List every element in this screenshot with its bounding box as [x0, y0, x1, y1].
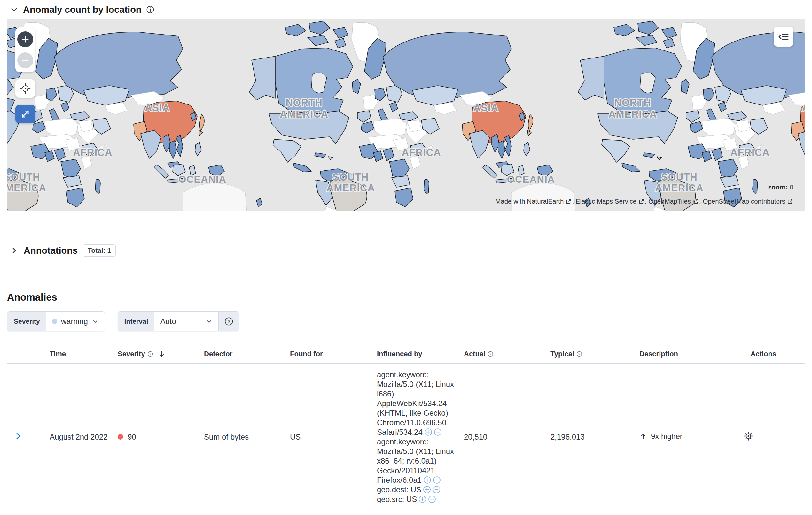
severity-filter-group: Severity warning	[7, 311, 105, 331]
column-header-found-for: Found for	[290, 345, 377, 364]
svg-text:?: ?	[489, 353, 491, 356]
cell-detector: Sum of bytes	[204, 364, 290, 511]
world-map-canvas: AFRICA ASIA OCEANIA NORTH AMERICA SOUTH …	[7, 19, 805, 211]
fit-to-data-button[interactable]	[16, 79, 35, 98]
influencer-item: geo.src: US	[377, 494, 456, 504]
anomalies-filters: Severity warning Interval Auto ?	[7, 311, 805, 331]
description-text: 9x higher	[651, 432, 683, 441]
cell-actions	[725, 364, 805, 511]
influencer-item: agent.keyword: Mozilla/5.0 (X11; Linux x…	[377, 437, 456, 485]
arrow-up-icon	[639, 432, 647, 440]
minus-icon	[21, 56, 29, 64]
column-header-influenced-by: Influenced by	[377, 345, 464, 364]
question-circle-icon: ?	[224, 316, 234, 326]
cell-description: 9x higher	[639, 364, 725, 511]
column-header-actions: Actions	[725, 345, 805, 364]
svg-text:?: ?	[578, 353, 580, 356]
plus-icon	[21, 35, 29, 43]
map-section-title: Anomaly count by location	[23, 4, 142, 15]
collapse-map-chevron-down-icon[interactable]	[9, 5, 19, 14]
zoom-in-button[interactable]	[17, 31, 33, 47]
attribution-link[interactable]: OpenStreetMap contributors	[703, 198, 785, 205]
filter-for-value-icon[interactable]	[423, 476, 431, 484]
expand-row-button[interactable]	[14, 432, 22, 440]
collapse-panel-icon	[777, 30, 790, 43]
external-link-icon	[693, 199, 698, 204]
zoom-value: 0	[790, 183, 793, 191]
filter-for-value-icon[interactable]	[418, 495, 427, 503]
severity-filter-value: warning	[61, 317, 88, 326]
svg-text:?: ?	[227, 319, 230, 324]
question-circle-icon[interactable]: ?	[487, 351, 494, 357]
cell-severity: 90	[118, 364, 204, 511]
attribution-link[interactable]: Made with NaturalEarth	[495, 198, 563, 205]
collapse-layers-panel-button[interactable]	[774, 27, 793, 47]
cell-found-for: US	[290, 364, 377, 511]
cell-time: August 2nd 2022	[50, 364, 118, 511]
filter-out-value-icon[interactable]	[434, 428, 442, 436]
filter-for-value-icon[interactable]	[424, 428, 432, 436]
attribution-link[interactable]: OpenMapTiles	[649, 198, 691, 205]
interval-filter-group: Interval Auto ?	[118, 311, 239, 331]
gear-icon	[743, 431, 754, 442]
crosshair-icon	[20, 83, 31, 94]
filter-out-value-icon[interactable]	[433, 476, 441, 484]
annotations-title: Annotations	[24, 245, 78, 256]
cell-influenced-by: agent.keyword: Mozilla/5.0 (X11; Linux i…	[377, 364, 464, 511]
column-header-actual: Actual ?	[464, 345, 551, 364]
attribution-link[interactable]: Elastic Maps Service	[576, 198, 637, 205]
cell-typical: 2,196.013	[551, 364, 639, 511]
info-icon[interactable]	[146, 5, 154, 14]
anomaly-choropleth-map[interactable]: AFRICA ASIA OCEANIA NORTH AMERICA SOUTH …	[7, 19, 805, 211]
interval-filter-value: Auto	[160, 317, 176, 326]
chevron-down-icon	[92, 318, 99, 325]
column-header-time: Time	[50, 345, 118, 364]
sort-descending-arrow-icon	[158, 350, 166, 358]
influencer-item: agent.keyword: Mozilla/5.0 (X11; Linux i…	[377, 370, 456, 437]
zoom-label: zoom:	[768, 183, 788, 191]
map-zoom-indicator: zoom: 0	[768, 183, 793, 191]
anomalies-title: Anomalies	[7, 292, 805, 303]
map-controls	[16, 28, 35, 123]
interval-filter-label: Interval	[118, 312, 155, 331]
column-header-typical: Typical ?	[551, 345, 639, 364]
divider	[0, 280, 812, 281]
filter-for-value-icon[interactable]	[423, 486, 431, 493]
external-link-icon	[787, 199, 793, 204]
chevron-right-icon	[14, 432, 22, 440]
column-header-detector: Detector	[204, 345, 290, 364]
severity-score: 90	[127, 432, 136, 442]
question-circle-icon[interactable]: ?	[576, 351, 582, 357]
interval-filter-select[interactable]: Auto	[154, 312, 219, 331]
zoom-out-button[interactable]	[17, 52, 33, 68]
anomalies-section: Anomalies Severity warning Interval Auto…	[0, 292, 812, 511]
cell-actual: 20,510	[464, 364, 551, 511]
expander-column-header	[7, 345, 50, 364]
svg-text:?: ?	[149, 353, 151, 356]
influencer-item: geo.dest: US	[377, 485, 456, 494]
chevron-down-icon	[206, 318, 212, 325]
external-link-icon	[566, 199, 571, 204]
column-header-severity[interactable]: Severity ?	[118, 345, 204, 364]
row-actions-button[interactable]	[743, 431, 754, 442]
table-header-row: Time Severity ? Detector Found for Influ…	[7, 345, 805, 364]
external-link-icon	[639, 199, 644, 204]
warning-severity-dot	[52, 319, 57, 324]
expand-map-button[interactable]	[16, 105, 35, 123]
anomalies-table: Time Severity ? Detector Found for Influ…	[7, 345, 805, 511]
filter-out-value-icon[interactable]	[428, 495, 436, 503]
anomaly-table-row: August 2nd 2022 90 Sum of bytes US agent…	[7, 364, 805, 511]
annotations-section-header: Annotations Total: 1	[0, 232, 812, 269]
interval-help-button[interactable]: ?	[219, 312, 239, 331]
map-attribution: Made with NaturalEarth, Elastic Maps Ser…	[495, 198, 793, 205]
column-header-description: Description	[639, 345, 725, 364]
annotations-total-badge: Total: 1	[83, 244, 116, 256]
map-section-header: Anomaly count by location	[0, 0, 812, 19]
filter-out-value-icon[interactable]	[433, 486, 440, 493]
question-circle-icon[interactable]: ?	[147, 351, 153, 357]
expand-annotations-chevron-right-icon[interactable]	[9, 246, 19, 255]
expand-arrows-icon	[20, 109, 31, 120]
zoom-control	[16, 28, 35, 72]
severity-score-dot	[118, 434, 123, 440]
severity-filter-select[interactable]: warning	[46, 312, 105, 331]
